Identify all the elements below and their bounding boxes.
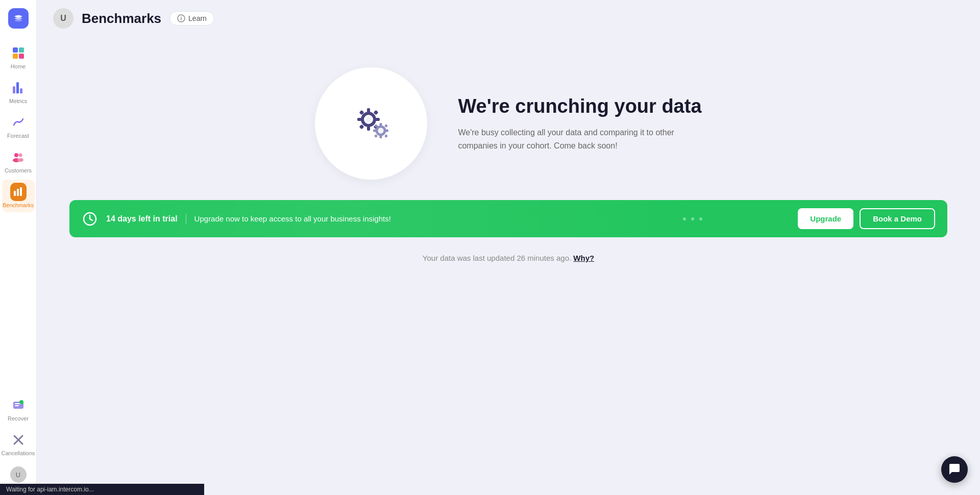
data-updated-label: Your data was last updated 26 minutes ag… <box>423 254 571 262</box>
page-title: Benchmarks <box>82 11 161 27</box>
forecast-icon <box>13 117 24 128</box>
svg-rect-28 <box>373 130 377 132</box>
sidebar-item-forecast[interactable]: Forecast <box>2 110 35 143</box>
home-icon <box>13 47 24 59</box>
banner-dots <box>683 217 702 220</box>
svg-point-15 <box>366 117 371 122</box>
page-header: U Benchmarks i Learn <box>37 0 980 37</box>
sidebar-item-customers[interactable]: Customers <box>2 145 35 178</box>
clock-icon-wrapper <box>82 211 98 227</box>
info-icon: i <box>177 14 185 22</box>
customers-icon-box <box>10 149 27 165</box>
sidebar-item-benchmarks[interactable]: Benchmarks <box>2 180 35 212</box>
svg-point-0 <box>14 153 18 157</box>
chat-button[interactable] <box>941 456 968 483</box>
app-logo[interactable] <box>8 8 29 29</box>
svg-rect-5 <box>17 189 19 196</box>
book-demo-button[interactable]: Book a Demo <box>860 208 935 229</box>
svg-point-3 <box>17 158 23 162</box>
dot-2 <box>691 217 694 220</box>
trial-days-text: 14 days left in trial <box>106 214 178 224</box>
benchmarks-icon <box>13 187 23 197</box>
user-avatar-header: U <box>53 8 74 29</box>
svg-text:i: i <box>181 16 182 21</box>
svg-rect-19 <box>375 118 380 121</box>
svg-rect-31 <box>384 124 388 128</box>
svg-rect-9 <box>15 405 19 406</box>
forecast-icon-box <box>10 114 27 131</box>
svg-point-34 <box>84 213 96 225</box>
benchmarks-icon-wrapper <box>10 183 27 201</box>
sidebar-label-recover: Recover <box>8 415 29 422</box>
learn-button-label: Learn <box>188 14 207 22</box>
svg-rect-4 <box>14 191 16 196</box>
benchmarks-icon-box <box>10 184 27 200</box>
sidebar-item-cancellations[interactable]: Cancellations <box>2 428 35 460</box>
clock-icon <box>83 212 97 226</box>
crunching-text-block: We're crunching your data We're busy col… <box>458 95 701 153</box>
svg-rect-33 <box>384 134 388 138</box>
chat-icon <box>948 463 961 476</box>
svg-point-25 <box>379 129 383 133</box>
svg-rect-27 <box>380 135 382 138</box>
trial-banner: 14 days left in trial Upgrade now to kee… <box>69 200 947 237</box>
sidebar-item-recover[interactable]: Recover <box>2 393 35 426</box>
svg-rect-6 <box>20 187 22 196</box>
cancellations-icon-box <box>10 432 27 448</box>
metrics-icon-box <box>10 80 27 96</box>
crunching-title: We're crunching your data <box>458 95 701 118</box>
dot-3 <box>699 217 702 220</box>
home-icon-box <box>10 45 27 61</box>
sidebar-label-customers: Customers <box>5 167 32 174</box>
sidebar-label-benchmarks: Benchmarks <box>3 202 34 208</box>
status-bar-text: Waiting for api-iam.intercom.io... <box>6 486 94 493</box>
why-link[interactable]: Why? <box>573 254 594 262</box>
sidebar-label-home: Home <box>11 63 26 69</box>
svg-rect-29 <box>385 130 388 132</box>
sidebar-item-metrics[interactable]: Metrics <box>2 76 35 108</box>
sidebar-label-cancellations: Cancellations <box>1 450 35 456</box>
svg-line-36 <box>90 219 92 220</box>
learn-button[interactable]: i Learn <box>169 11 214 26</box>
crunching-card: We're crunching your data We're busy col… <box>315 67 701 180</box>
crunching-description: We're busy collecting all your data and … <box>458 126 682 152</box>
svg-rect-32 <box>374 134 378 138</box>
metrics-icon <box>13 82 24 93</box>
status-bar: Waiting for api-iam.intercom.io... <box>0 484 204 495</box>
user-avatar-sidebar[interactable]: U <box>10 466 27 483</box>
gear-illustration <box>315 67 427 180</box>
banner-divider <box>186 214 186 224</box>
customers-icon <box>12 152 24 163</box>
sidebar-label-forecast: Forecast <box>7 133 29 139</box>
sidebar-item-home[interactable]: Home <box>2 41 35 73</box>
svg-rect-26 <box>380 123 382 127</box>
data-updated-text: Your data was last updated 26 minutes ag… <box>423 254 594 262</box>
svg-rect-18 <box>357 118 362 121</box>
svg-rect-17 <box>367 126 370 131</box>
recover-notification-dot <box>19 400 23 404</box>
gears-svg <box>343 98 399 149</box>
main-content: U Benchmarks i Learn <box>37 0 980 495</box>
sidebar: Home Metrics Forecast <box>0 0 37 495</box>
svg-rect-16 <box>367 108 370 113</box>
recover-icon-box <box>10 397 27 413</box>
sidebar-label-metrics: Metrics <box>9 98 27 104</box>
svg-point-1 <box>18 154 22 157</box>
upgrade-button[interactable]: Upgrade <box>798 208 853 229</box>
cancellations-icon <box>13 434 24 445</box>
content-area: We're crunching your data We're busy col… <box>37 37 980 495</box>
banner-buttons: Upgrade Book a Demo <box>798 208 935 229</box>
dot-1 <box>683 217 686 220</box>
